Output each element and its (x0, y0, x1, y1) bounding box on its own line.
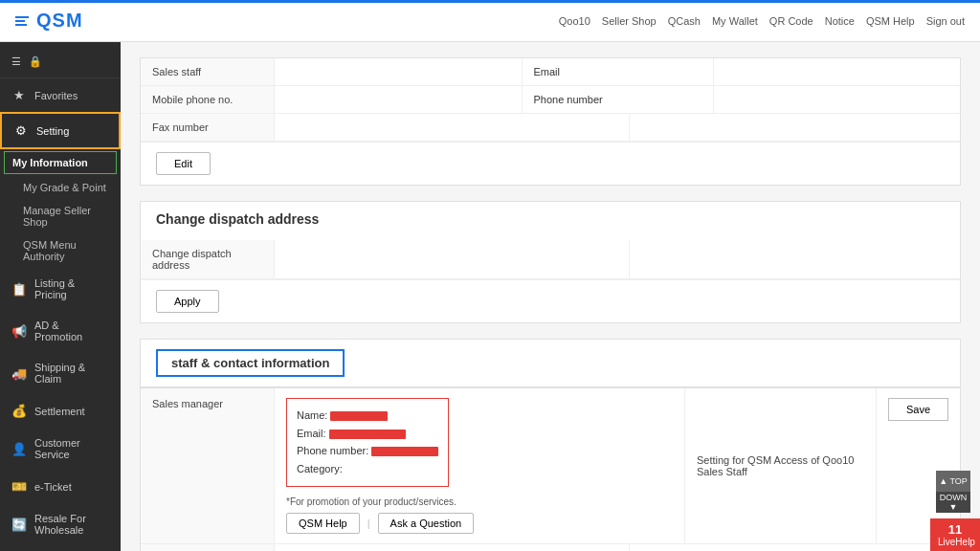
sales-staff-section: Sales staff Email Mobile phone no. Phone… (140, 57, 961, 186)
email-value (713, 58, 961, 85)
sidebar-item-shipping[interactable]: 🚚 Shipping & Claim (0, 352, 121, 394)
star-icon: ★ (11, 88, 27, 102)
sales-staff-row: Sales staff Email (141, 58, 960, 86)
sales-staff-label: Sales staff (141, 58, 275, 85)
logo: QSM (15, 10, 83, 32)
resale-icon: 🔄 (11, 518, 27, 532)
sidebar-item-ad-promo[interactable]: 📢 AD & Promotion (0, 310, 121, 352)
nav-notice[interactable]: Notice (825, 15, 855, 27)
dispatch-field-value (275, 240, 629, 278)
name-field-label: Name: (297, 409, 327, 421)
sidebar-label-settlement: Settlement (34, 406, 85, 417)
staff-right-label: Setting for QSM Access of Qoo10 Sales St… (684, 388, 876, 543)
qsm-help-button[interactable]: QSM Help (286, 513, 360, 534)
scroll-top-button[interactable]: ▲ TOP (936, 471, 970, 492)
apply-btn-row: Apply (141, 279, 960, 322)
nav-qsm-help[interactable]: QSM Help (866, 15, 915, 27)
dispatch-right (629, 240, 961, 278)
sidebar-item-customer-service[interactable]: 👤 Customer Service (0, 428, 121, 470)
sales-manager-content: Name: Email: Phone number: Category (275, 388, 684, 543)
logo-bar-2 (15, 20, 25, 22)
nav-my-wallet[interactable]: My Wallet (712, 15, 758, 27)
sidebar-label-listing: Listing & Pricing (34, 277, 109, 300)
sidebar-item-my-information[interactable]: My Information (4, 151, 117, 174)
save-button[interactable]: Save (888, 398, 948, 421)
manager-phone-row: Phone number: (297, 442, 438, 460)
ad-icon: 📢 (11, 324, 27, 339)
general-right (629, 544, 961, 551)
general-inquiry-content: *For more information about shipping, se… (275, 544, 629, 551)
sidebar-item-favorites[interactable]: ★ Favorites (0, 78, 121, 112)
category-field-label: Category: (297, 463, 343, 474)
sidebar-item-resale[interactable]: 🔄 Resale For Wholesale (0, 503, 121, 545)
sidebar-item-apply-loan[interactable]: 💳 Apply for Loan (0, 545, 121, 551)
sidebar-item-my-grade[interactable]: My Grade & Point (0, 176, 121, 199)
ticket-icon: 🎫 (11, 479, 27, 494)
live-help-button[interactable]: 11 LiveHelp (930, 518, 980, 551)
staff-contact-title: staff & contact information (156, 349, 345, 377)
email-label: Email (522, 58, 713, 85)
shipping-icon: 🚚 (11, 366, 27, 381)
scroll-down-button[interactable]: DOWN ▼ (936, 492, 970, 513)
layout: ☰ 🔒 ★ Favorites ⚙ Setting My Information… (0, 42, 980, 551)
general-inquiry-row: General Selling Inquiry (Help Center) *F… (141, 544, 960, 551)
dispatch-title: Change dispatch address (156, 211, 945, 227)
menu-toggle[interactable]: ☰ 🔒 (0, 46, 121, 78)
mobile-row: Mobile phone no. Phone number (141, 86, 960, 114)
header-accent (0, 0, 980, 3)
nav-qcash[interactable]: QCash (668, 15, 701, 27)
sales-staff-value (275, 58, 522, 85)
sidebar-label-ad-promo: AD & Promotion (34, 320, 109, 342)
sidebar-label-setting: Setting (36, 125, 69, 137)
live-help-label: LiveHelp (938, 537, 972, 547)
manager-info-box: Name: Email: Phone number: Category (286, 398, 449, 487)
sidebar-label-customer-service: Customer Service (34, 437, 109, 460)
phone-field-label: Phone number: (297, 445, 368, 456)
mobile-value (275, 86, 522, 113)
nav-sign-out[interactable]: Sign out (926, 15, 965, 27)
manager-name-row: Name: (297, 407, 438, 425)
sidebar-label-qsm-menu: QSM Menu Authority (23, 239, 77, 262)
fax-value (275, 114, 629, 141)
manager-category-row: Category: (297, 460, 438, 478)
sidebar-item-e-ticket[interactable]: 🎫 e-Ticket (0, 470, 121, 503)
sales-manager-row: Sales manager Name: Email: Phone number: (141, 388, 960, 544)
main-content: Sales staff Email Mobile phone no. Phone… (121, 42, 980, 551)
sidebar-item-manage-seller[interactable]: Manage Seller Shop (0, 199, 121, 233)
settlement-icon: 💰 (11, 404, 27, 418)
fax-right-spacer (629, 114, 961, 141)
edit-button[interactable]: Edit (156, 152, 211, 175)
nav-seller-shop[interactable]: Seller Shop (602, 15, 657, 27)
apply-button[interactable]: Apply (156, 290, 219, 313)
mobile-label: Mobile phone no. (141, 86, 275, 113)
lock-icon: 🔒 (29, 55, 42, 68)
nav-qr-code[interactable]: QR Code (769, 15, 813, 27)
scroll-buttons: ▲ TOP DOWN ▼ (936, 471, 970, 513)
menu-icon: ☰ (11, 55, 21, 68)
phone-redacted (371, 447, 438, 456)
customer-icon: 👤 (11, 442, 27, 456)
listing-icon: 📋 (11, 282, 27, 297)
ask-question-button[interactable]: Ask a Question (378, 513, 475, 534)
dispatch-title-area: Change dispatch address (141, 202, 960, 240)
sidebar-item-setting[interactable]: ⚙ Setting (0, 112, 121, 149)
sidebar-item-listing[interactable]: 📋 Listing & Pricing (0, 268, 121, 310)
edit-btn-row: Edit (141, 142, 960, 185)
staff-contact-header: staff & contact information (141, 340, 960, 387)
sidebar-label-favorites: Favorites (34, 90, 78, 101)
sidebar-label-resale: Resale For Wholesale (34, 513, 109, 536)
header: QSM Qoo10 Seller Shop QCash My Wallet QR… (0, 0, 980, 42)
gear-icon: ⚙ (13, 123, 29, 138)
logo-bar-1 (15, 16, 29, 18)
sidebar-label-manage-seller: Manage Seller Shop (23, 205, 91, 228)
email-field-label: Email: (297, 428, 326, 439)
nav-qoo10[interactable]: Qoo10 (559, 15, 590, 27)
staff-contact-section: staff & contact information Sales manage… (140, 339, 961, 551)
phone-label: Phone number (522, 86, 713, 113)
header-nav: Qoo10 Seller Shop QCash My Wallet QR Cod… (559, 15, 965, 27)
promo-note: *For promotion of your product/services. (286, 496, 673, 507)
dispatch-field-label: Change dispatch address (141, 240, 275, 278)
sidebar-item-qsm-menu[interactable]: QSM Menu Authority (0, 233, 121, 268)
sidebar-item-settlement[interactable]: 💰 Settlement (0, 394, 121, 428)
logo-text: QSM (36, 10, 83, 32)
